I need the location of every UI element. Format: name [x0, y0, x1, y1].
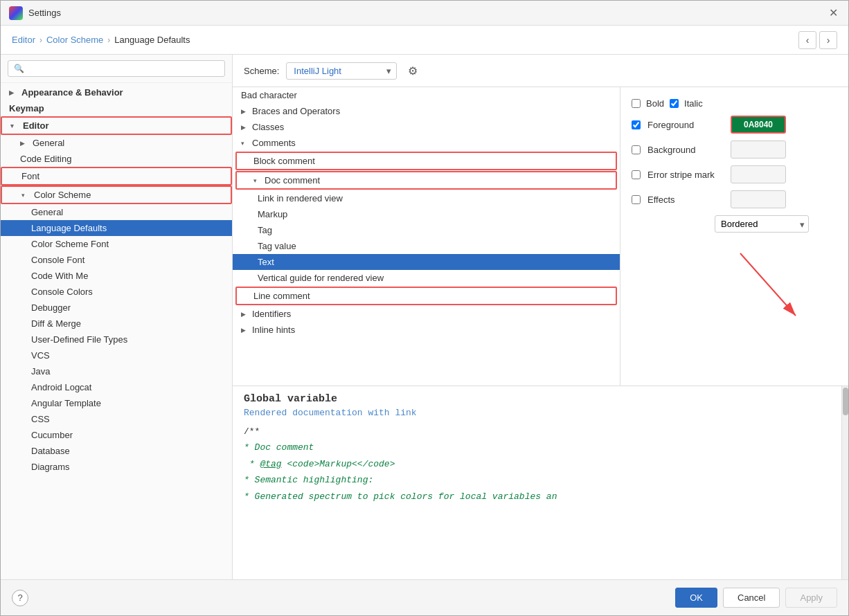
- close-button[interactable]: ✕: [826, 6, 840, 20]
- background-color-box[interactable]: [731, 141, 786, 158]
- split-panel: Bad character▶Braces and Operators▶Class…: [233, 87, 848, 386]
- sidebar-item-angular[interactable]: Angular Template: [1, 395, 232, 411]
- tree-label-markup: Markup: [258, 209, 287, 219]
- sidebar-item-diagrams[interactable]: Diagrams: [1, 459, 232, 475]
- effects-row: Effects: [632, 190, 837, 208]
- tree-item-tag-value[interactable]: Tag value: [233, 238, 620, 254]
- tree-item-text[interactable]: Text: [233, 254, 620, 270]
- foreground-checkbox[interactable]: [632, 120, 641, 129]
- window-title: Settings: [28, 8, 821, 18]
- tree-label-comments: Comments: [252, 138, 296, 148]
- sidebar-label-android-logcat: Android Logcat: [31, 382, 91, 392]
- sidebar-item-appearance[interactable]: ▶Appearance & Behavior: [1, 84, 232, 100]
- sidebar-item-language-defaults[interactable]: Language Defaults: [1, 220, 232, 236]
- bottom-bar: ? OK Cancel Apply: [1, 579, 848, 615]
- sidebar-item-color-scheme[interactable]: ▾Color Scheme: [1, 185, 232, 204]
- nav-forward-button[interactable]: ›: [819, 31, 837, 49]
- italic-checkbox[interactable]: [670, 99, 679, 108]
- background-checkbox[interactable]: [632, 145, 641, 154]
- tree-item-doc-comment[interactable]: ▾Doc comment: [235, 171, 617, 190]
- error-stripe-color-box[interactable]: [731, 165, 786, 183]
- search-input[interactable]: [8, 60, 225, 77]
- apply-button[interactable]: Apply: [785, 588, 837, 608]
- tree-label-line-comment: Line comment: [253, 291, 310, 301]
- error-stripe-checkbox[interactable]: [632, 170, 641, 179]
- sidebar-item-color-scheme-font[interactable]: Color Scheme Font: [1, 236, 232, 252]
- bold-checkbox[interactable]: [632, 99, 641, 108]
- sidebar-item-cucumber[interactable]: Cucumber: [1, 427, 232, 443]
- annotation-arrow: [699, 246, 837, 329]
- preview-line4: * Semantic highlighting:: [244, 472, 837, 488]
- tree-item-identifiers[interactable]: ▶Identifiers: [233, 306, 620, 322]
- sidebar-item-font[interactable]: Font: [1, 167, 232, 185]
- tree-item-bad-char[interactable]: Bad character: [233, 87, 620, 103]
- breadcrumb-editor[interactable]: Editor: [12, 35, 35, 45]
- sidebar-item-console-font[interactable]: Console Font: [1, 252, 232, 268]
- sidebar-label-diff-merge: Diff & Merge: [31, 318, 81, 329]
- tree-item-vert-guide[interactable]: Vertical guide for rendered view: [233, 270, 620, 286]
- sidebar-item-diff-merge[interactable]: Diff & Merge: [1, 316, 232, 332]
- ok-button[interactable]: OK: [675, 588, 717, 608]
- tree-item-braces[interactable]: ▶Braces and Operators: [233, 103, 620, 119]
- sidebar-item-java[interactable]: Java: [1, 363, 232, 379]
- sidebar-item-keymap[interactable]: Keymap: [1, 100, 232, 116]
- foreground-color-box[interactable]: 0A8040: [731, 116, 786, 134]
- tree-label-identifiers: Identifiers: [252, 309, 291, 319]
- breadcrumb-nav: ‹ ›: [798, 31, 837, 49]
- effects-type-row: BorderedUnderscoredBold underscoredUnder…: [632, 215, 837, 233]
- effects-type-select[interactable]: BorderedUnderscoredBold underscoredUnder…: [715, 215, 809, 233]
- tree-item-classes[interactable]: ▶Classes: [233, 119, 620, 135]
- tree-item-comments[interactable]: ▾Comments: [233, 135, 620, 151]
- tree-expand-doc-comment: ▾: [253, 177, 262, 184]
- scheme-gear-button[interactable]: ⚙: [404, 62, 422, 80]
- tree-label-bad-char: Bad character: [241, 90, 297, 100]
- preview-line5: * Generated spectrum to pick colors for …: [244, 489, 837, 505]
- preview-global-var: Global variable: [244, 393, 837, 405]
- scheme-select[interactable]: IntelliJ Light: [286, 62, 397, 80]
- sidebar-label-editor: Editor: [23, 120, 49, 131]
- cancel-button[interactable]: Cancel: [723, 588, 780, 608]
- preview-code: /** * Doc comment * @tag <code>Markup<</…: [244, 424, 837, 505]
- svg-line-1: [740, 253, 796, 316]
- preview-semantic: * Semantic highlighting:: [244, 475, 373, 485]
- preview-scrollbar[interactable]: [841, 386, 848, 579]
- tree-item-block-comment[interactable]: Block comment: [235, 152, 617, 170]
- effects-color-box[interactable]: [731, 190, 786, 208]
- preview-doc-comment: * Doc comment: [244, 442, 314, 453]
- sidebar-item-cs-general[interactable]: General: [1, 204, 232, 220]
- sidebar-item-database[interactable]: Database: [1, 443, 232, 459]
- preview-line2: * Doc comment: [244, 440, 837, 455]
- tree-item-tag[interactable]: Tag: [233, 222, 620, 238]
- sidebar-item-code-editing[interactable]: Code Editing: [1, 151, 232, 167]
- bottom-left: ?: [12, 590, 28, 606]
- tree-item-line-comment[interactable]: Line comment: [235, 287, 617, 305]
- help-button[interactable]: ?: [12, 590, 28, 606]
- breadcrumb-color-scheme[interactable]: Color Scheme: [46, 35, 103, 45]
- bold-italic-row: Bold Italic: [632, 98, 837, 109]
- arrow-annotation: [632, 246, 837, 329]
- effects-checkbox[interactable]: [632, 195, 641, 204]
- preview-panel: Global variable Rendered documentation w…: [233, 386, 848, 579]
- background-row: Background: [632, 141, 837, 158]
- tree-item-inline-hints[interactable]: ▶Inline hints: [233, 322, 620, 338]
- sidebar-item-vcs[interactable]: VCS: [1, 347, 232, 363]
- tree-item-link-rendered[interactable]: Link in rendered view: [233, 190, 620, 206]
- sidebar-label-java: Java: [31, 366, 50, 377]
- tree-item-markup[interactable]: Markup: [233, 206, 620, 222]
- sidebar-item-general[interactable]: ▶General: [1, 135, 232, 151]
- sidebar-item-editor[interactable]: ▾Editor: [1, 116, 232, 135]
- italic-label: Italic: [684, 98, 703, 109]
- sidebar-item-console-colors[interactable]: Console Colors: [1, 284, 232, 300]
- sidebar-item-code-with-me[interactable]: Code With Me: [1, 268, 232, 284]
- nav-back-button[interactable]: ‹: [798, 31, 816, 49]
- sidebar-label-vcs: VCS: [31, 350, 50, 361]
- preview-generated: * Generated spectrum to pick colors for …: [244, 491, 557, 502]
- sidebar-item-debugger[interactable]: Debugger: [1, 300, 232, 316]
- tree-label-text: Text: [258, 257, 274, 267]
- sidebar-item-android-logcat[interactable]: Android Logcat: [1, 379, 232, 395]
- sidebar-label-debugger: Debugger: [31, 302, 71, 313]
- breadcrumb-sep2: ›: [107, 35, 110, 45]
- sidebar-item-css[interactable]: CSS: [1, 411, 232, 427]
- sidebar-item-user-defined[interactable]: User-Defined File Types: [1, 332, 232, 347]
- sidebar-label-code-editing: Code Editing: [20, 154, 71, 164]
